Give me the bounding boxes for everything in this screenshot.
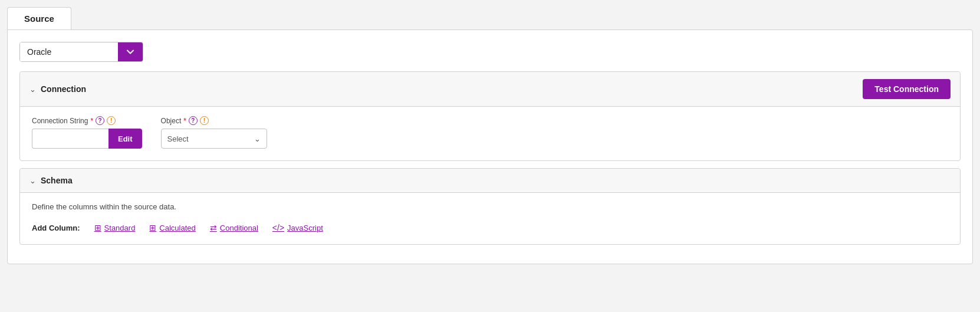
code-icon: </>: [272, 223, 284, 232]
connection-fields: Connection String * ? ! Edit: [32, 116, 948, 149]
schema-description: Define the columns within the source dat…: [32, 202, 948, 211]
calculated-label: Calculated: [159, 224, 195, 232]
schema-chevron-icon: ⌄: [29, 176, 36, 185]
page-container: Source Oracle ⌄ Connection: [7, 7, 973, 264]
schema-header-left: ⌄ Schema: [29, 176, 73, 185]
calc-icon: ⊞: [149, 223, 156, 232]
chevron-down-icon: [126, 48, 134, 56]
object-info-icon-2[interactable]: !: [200, 116, 209, 125]
connection-section-header: ⌄ Connection Test Connection: [20, 72, 960, 107]
shuffle-icon: ⇄: [210, 223, 217, 232]
standard-label: Standard: [104, 224, 136, 232]
source-tab-label: Source: [24, 14, 54, 24]
javascript-label: JavaScript: [287, 224, 323, 232]
grid-icon: ⊞: [94, 223, 101, 232]
add-column-label: Add Column:: [32, 224, 80, 232]
schema-section-title: Schema: [41, 176, 73, 185]
object-info-icon-1[interactable]: ?: [189, 116, 198, 125]
object-select-placeholder: Select: [167, 134, 254, 143]
oracle-dropdown[interactable]: Oracle: [19, 42, 143, 62]
oracle-value: Oracle: [20, 42, 118, 61]
object-required: *: [183, 117, 186, 125]
object-label: Object * ? !: [161, 116, 267, 125]
connection-string-info-icon-2[interactable]: !: [107, 116, 116, 125]
add-standard-column-button[interactable]: ⊞ Standard: [94, 223, 136, 232]
connection-string-label: Connection String * ? !: [32, 116, 142, 125]
source-tab[interactable]: Source: [7, 7, 71, 29]
schema-section-header: ⌄ Schema: [20, 169, 960, 193]
connection-string-required: *: [90, 117, 93, 125]
connection-header-left: ⌄ Connection: [29, 84, 86, 94]
main-card: Oracle ⌄ Connection Test Connection: [7, 29, 973, 264]
connection-section-title: Connection: [41, 84, 86, 94]
connection-string-input[interactable]: [32, 129, 108, 149]
object-select-chevron-icon: ⌄: [254, 134, 261, 143]
object-select[interactable]: Select ⌄: [161, 129, 267, 149]
oracle-chevron-button[interactable]: [118, 42, 143, 61]
add-conditional-column-button[interactable]: ⇄ Conditional: [210, 223, 258, 232]
add-javascript-column-button[interactable]: </> JavaScript: [272, 223, 323, 232]
connection-string-info-icon-1[interactable]: ?: [96, 116, 104, 125]
oracle-row: Oracle: [19, 42, 961, 62]
connection-string-row: Edit: [32, 129, 142, 149]
object-field-group: Object * ? ! Select ⌄: [161, 116, 267, 149]
add-column-row: Add Column: ⊞ Standard ⊞ Calculated ⇄: [32, 223, 948, 232]
conditional-label: Conditional: [220, 224, 258, 232]
connection-section-body: Connection String * ? ! Edit: [20, 107, 960, 160]
connection-section: ⌄ Connection Test Connection Connection …: [19, 71, 961, 161]
schema-section: ⌄ Schema Define the columns within the s…: [19, 168, 961, 245]
connection-chevron-icon: ⌄: [29, 85, 36, 94]
connection-string-field-group: Connection String * ? ! Edit: [32, 116, 142, 149]
test-connection-button[interactable]: Test Connection: [863, 79, 951, 99]
edit-button[interactable]: Edit: [108, 129, 142, 149]
schema-section-body: Define the columns within the source dat…: [20, 193, 960, 244]
add-calculated-column-button[interactable]: ⊞ Calculated: [149, 223, 195, 232]
